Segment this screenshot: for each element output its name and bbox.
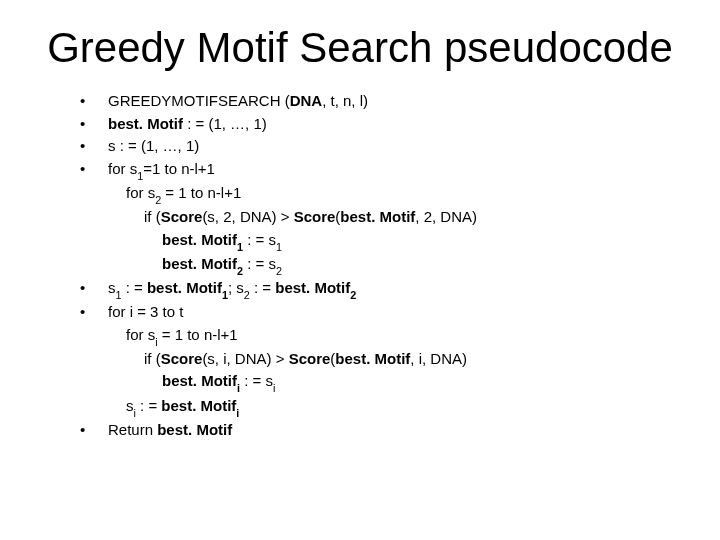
code-text: for si = 1 to n-l+1: [108, 324, 680, 348]
code-line: •for s1=1 to n-l+1: [80, 158, 680, 182]
code-text: for s2 = 1 to n-l+1: [108, 182, 680, 206]
code-line: •best. Motif1 : = s1: [80, 229, 680, 253]
code-text: best. Motifi : = si: [108, 370, 680, 394]
code-line: •for s2 = 1 to n-l+1: [80, 182, 680, 206]
code-text: best. Motif : = (1, …, 1): [108, 113, 680, 136]
code-text: best. Motif2 : = s2: [108, 253, 680, 277]
bullet-icon: •: [80, 158, 108, 181]
bullet-icon: •: [80, 113, 108, 136]
code-text: for i = 3 to t: [108, 301, 680, 324]
code-text: if (Score(s, i, DNA) > Score(best. Motif…: [108, 348, 680, 371]
code-line: •best. Motif2 : = s2: [80, 253, 680, 277]
code-text: if (Score(s, 2, DNA) > Score(best. Motif…: [108, 206, 680, 229]
bullet-icon: •: [80, 135, 108, 158]
bullet-icon: •: [80, 90, 108, 113]
bullet-icon: •: [80, 301, 108, 324]
code-line: •best. Motifi : = si: [80, 370, 680, 394]
bullet-icon: •: [80, 419, 108, 442]
code-line: •for i = 3 to t: [80, 301, 680, 324]
code-line: •si : = best. Motifi: [80, 395, 680, 419]
slide-title: Greedy Motif Search pseudocode: [40, 24, 680, 72]
code-text: Return best. Motif: [108, 419, 680, 442]
code-line: •for si = 1 to n-l+1: [80, 324, 680, 348]
code-line: •if (Score(s, 2, DNA) > Score(best. Moti…: [80, 206, 680, 229]
code-line: •if (Score(s, i, DNA) > Score(best. Moti…: [80, 348, 680, 371]
code-line: •GREEDYMOTIFSEARCH (DNA, t, n, l): [80, 90, 680, 113]
code-text: si : = best. Motifi: [108, 395, 680, 419]
pseudocode-block: •GREEDYMOTIFSEARCH (DNA, t, n, l)•best. …: [40, 90, 680, 441]
code-text: best. Motif1 : = s1: [108, 229, 680, 253]
code-line: •best. Motif : = (1, …, 1): [80, 113, 680, 136]
code-text: s1 : = best. Motif1; s2 : = best. Motif2: [108, 277, 680, 301]
slide: Greedy Motif Search pseudocode •GREEDYMO…: [0, 0, 720, 540]
code-line: •Return best. Motif: [80, 419, 680, 442]
code-line: •s : = (1, …, 1): [80, 135, 680, 158]
code-text: s : = (1, …, 1): [108, 135, 680, 158]
code-text: for s1=1 to n-l+1: [108, 158, 680, 182]
bullet-icon: •: [80, 277, 108, 300]
code-text: GREEDYMOTIFSEARCH (DNA, t, n, l): [108, 90, 680, 113]
code-line: •s1 : = best. Motif1; s2 : = best. Motif…: [80, 277, 680, 301]
